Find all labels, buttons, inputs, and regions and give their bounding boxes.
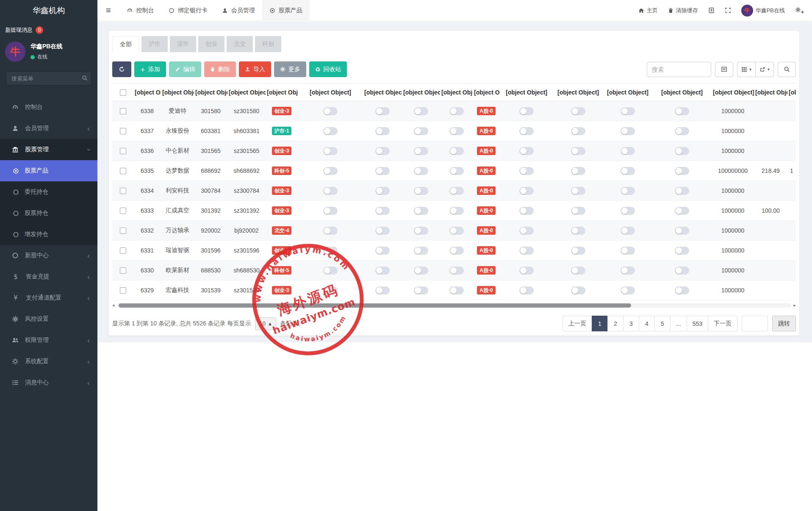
column-header[interactable]: [object Object] xyxy=(266,83,298,101)
page-number-button[interactable]: 4 xyxy=(639,316,655,331)
next-page-button[interactable]: 下一页 xyxy=(708,316,737,331)
column-header[interactable]: [object Object] xyxy=(787,83,796,101)
column-header[interactable]: [object Object] xyxy=(754,83,787,101)
page-size-select[interactable]: 10 ▲ xyxy=(255,317,276,330)
leverage-toggle[interactable] xyxy=(519,107,534,115)
sidebar-item-system-config[interactable]: 系统配置 xyxy=(0,351,97,372)
show-hide-toggle[interactable] xyxy=(449,127,464,135)
withdraw-notice[interactable]: 新提现消息 0 xyxy=(0,21,97,36)
row-checkbox[interactable] xyxy=(120,168,126,174)
column-header[interactable]: [object Object] xyxy=(473,83,500,101)
additional-issue-toggle[interactable] xyxy=(621,187,635,195)
normal-trade-toggle[interactable] xyxy=(323,127,338,135)
column-header[interactable]: [object Object] xyxy=(500,83,553,101)
normal-trade-toggle[interactable] xyxy=(323,267,338,275)
jump-button[interactable]: 跳转 xyxy=(772,316,796,331)
row-checkbox[interactable] xyxy=(120,108,126,114)
grab-status-toggle[interactable] xyxy=(414,147,428,155)
page-number-button[interactable]: 1 xyxy=(592,316,608,331)
show-hide-toggle[interactable] xyxy=(449,286,464,294)
show-hide-toggle[interactable] xyxy=(449,187,464,195)
row-checkbox[interactable] xyxy=(120,287,126,294)
row-checkbox[interactable] xyxy=(120,208,126,214)
leverage-toggle[interactable] xyxy=(519,167,534,175)
table-search-input[interactable] xyxy=(647,62,711,77)
show-hide-toggle[interactable] xyxy=(449,227,464,235)
show-hide-toggle[interactable] xyxy=(449,147,464,155)
topbar-user[interactable]: 牛 华鑫PB在线 xyxy=(741,5,785,17)
row-checkbox[interactable] xyxy=(120,148,126,154)
normal-trade-toggle[interactable] xyxy=(323,187,338,195)
same-day-close-toggle[interactable] xyxy=(375,247,390,255)
same-day-close-toggle[interactable] xyxy=(375,107,390,115)
home-link[interactable]: 主页 xyxy=(638,7,658,14)
normal-trade-toggle[interactable] xyxy=(323,286,338,294)
detail-view-button[interactable] xyxy=(715,62,733,77)
show-hide-toggle[interactable] xyxy=(449,247,464,255)
grab-status-toggle[interactable] xyxy=(414,247,428,255)
same-day-close-toggle[interactable] xyxy=(375,227,390,235)
same-day-close-toggle[interactable] xyxy=(375,167,390,175)
jump-page-input[interactable] xyxy=(742,316,768,331)
vip-research-toggle[interactable] xyxy=(675,247,689,255)
show-hide-toggle[interactable] xyxy=(449,207,464,215)
normal-trade-toggle[interactable] xyxy=(323,207,338,215)
leverage-toggle[interactable] xyxy=(519,127,534,135)
column-header[interactable]: [object Object] xyxy=(402,83,440,101)
import-button[interactable]: 导入 xyxy=(239,61,271,77)
normal-trade-toggle[interactable] xyxy=(323,167,338,175)
additional-issue-toggle[interactable] xyxy=(621,167,635,175)
page-number-button[interactable]: 2 xyxy=(607,316,624,331)
edit-button[interactable]: 编辑 xyxy=(169,61,201,77)
show-hide-toggle[interactable] xyxy=(449,267,464,275)
additional-issue-toggle[interactable] xyxy=(621,286,635,294)
same-day-close-toggle[interactable] xyxy=(375,127,390,135)
vip-research-toggle[interactable] xyxy=(675,227,689,235)
additional-issue-toggle[interactable] xyxy=(621,227,635,235)
grab-status-toggle[interactable] xyxy=(414,107,428,115)
page-number-button[interactable]: 5 xyxy=(654,316,671,331)
market-tab[interactable]: 沪市 xyxy=(141,36,168,52)
sidebar-item-stock-product[interactable]: 股票产品 xyxy=(0,160,97,181)
scrollbar-thumb[interactable] xyxy=(119,303,632,308)
column-header[interactable]: [object Object] xyxy=(440,83,473,101)
delete-button[interactable]: 删除 xyxy=(204,61,236,77)
block-trade-toggle[interactable] xyxy=(571,107,585,115)
clear-cache-link[interactable]: 清除缓存 xyxy=(668,7,698,14)
additional-issue-toggle[interactable] xyxy=(621,107,635,115)
scroll-right-icon[interactable]: ▸ xyxy=(793,303,796,308)
hamburger-icon[interactable]: ≡ xyxy=(97,6,119,15)
normal-trade-toggle[interactable] xyxy=(323,227,338,235)
export-button[interactable]: ▾ xyxy=(755,62,774,77)
sidebar-item-stock-position[interactable]: 股票持仓 xyxy=(0,203,97,224)
settings-gears-icon[interactable] xyxy=(795,7,804,14)
additional-issue-toggle[interactable] xyxy=(621,207,635,215)
refresh-button[interactable] xyxy=(112,61,131,77)
block-trade-toggle[interactable] xyxy=(571,247,585,255)
add-button[interactable]: +添加 xyxy=(134,61,166,77)
grab-status-toggle[interactable] xyxy=(414,167,428,175)
page-number-button[interactable]: ... xyxy=(670,316,687,331)
search-button[interactable] xyxy=(778,62,796,77)
grab-status-toggle[interactable] xyxy=(414,127,428,135)
same-day-close-toggle[interactable] xyxy=(375,207,390,215)
market-tab[interactable]: 全部 xyxy=(112,36,139,52)
additional-issue-toggle[interactable] xyxy=(621,147,635,155)
column-header[interactable]: [object Object] xyxy=(161,83,194,101)
sidebar-item-console[interactable]: 控制台 xyxy=(0,97,97,118)
fullscreen-icon[interactable] xyxy=(725,7,731,14)
sidebar-item-stock-mgmt[interactable]: 股票管理 xyxy=(0,139,97,160)
row-checkbox[interactable] xyxy=(120,188,126,194)
same-day-close-toggle[interactable] xyxy=(375,187,390,195)
column-header[interactable]: [object Object] xyxy=(652,83,712,101)
column-header[interactable]: [object Object] xyxy=(553,83,603,101)
column-header[interactable]: [object Object] xyxy=(298,83,363,101)
columns-button[interactable]: ▾ xyxy=(737,62,756,77)
block-trade-toggle[interactable] xyxy=(571,147,585,155)
scroll-left-icon[interactable]: ◂ xyxy=(112,303,115,308)
more-button[interactable]: 更多 xyxy=(274,61,306,77)
sidebar-item-risk-control[interactable]: 风控设置 xyxy=(0,308,97,330)
sidebar-item-issue-position[interactable]: 增发持仓 xyxy=(0,224,97,245)
block-trade-toggle[interactable] xyxy=(571,267,585,275)
vip-research-toggle[interactable] xyxy=(675,107,689,115)
